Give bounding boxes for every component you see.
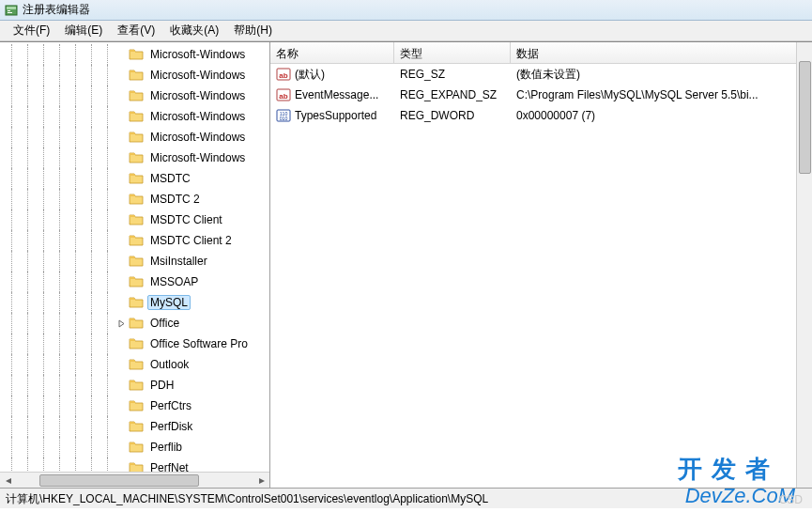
tree-item[interactable]: Microsoft-Windows: [4, 106, 269, 127]
tree-item-label: Microsoft-Windows: [147, 130, 248, 145]
folder-icon: [129, 378, 144, 393]
tree-item[interactable]: MSDTC Client: [4, 209, 269, 230]
tree-item[interactable]: PerfCtrs: [4, 396, 269, 416]
list-pane: 名称 类型 数据 ab(默认)REG_SZ(数值未设置)abEventMessa…: [270, 42, 812, 488]
folder-icon: [129, 460, 144, 472]
tree-item[interactable]: MSDTC Client 2: [4, 230, 269, 251]
tree-item[interactable]: Office: [4, 313, 269, 334]
expand-icon[interactable]: [115, 359, 127, 370]
menu-view[interactable]: 查看(V): [110, 21, 162, 40]
folder-icon: [129, 192, 144, 207]
column-data[interactable]: 数据: [511, 42, 812, 63]
folder-icon: [129, 274, 144, 289]
svg-rect-2: [8, 10, 10, 11]
list-header: 名称 类型 数据: [270, 42, 812, 64]
tree-item[interactable]: MSSOAP: [4, 272, 269, 292]
folder-icon: [129, 150, 144, 165]
tree[interactable]: Microsoft-WindowsMicrosoft-WindowsMicros…: [0, 42, 269, 472]
tree-item[interactable]: Microsoft-Windows: [4, 127, 269, 147]
folder-icon: [129, 109, 144, 124]
content-area: Microsoft-WindowsMicrosoft-WindowsMicros…: [0, 41, 812, 488]
string-value-icon: ab: [276, 87, 291, 102]
folder-icon: [129, 47, 144, 62]
tree-item-label: Office: [147, 316, 182, 331]
expand-icon[interactable]: [115, 235, 127, 246]
tree-item-label: Outlook: [147, 357, 192, 372]
menu-favorites[interactable]: 收藏夹(A): [162, 21, 226, 40]
column-name[interactable]: 名称: [270, 42, 394, 63]
scroll-track[interactable]: [16, 473, 253, 489]
folder-icon: [129, 440, 144, 455]
tree-item-label: MySQL: [147, 295, 191, 310]
tree-item[interactable]: Perflib: [4, 437, 269, 458]
expand-icon[interactable]: [115, 70, 127, 81]
tree-item[interactable]: Outlook: [4, 354, 269, 375]
list-row[interactable]: ab(默认)REG_SZ(数值未设置): [270, 64, 812, 85]
expand-icon[interactable]: [115, 256, 127, 267]
tree-item-label: PerfCtrs: [147, 398, 194, 413]
tree-item-label: MSDTC 2: [147, 192, 203, 207]
menu-edit[interactable]: 编辑(E): [57, 21, 110, 40]
tree-item[interactable]: MSDTC: [4, 168, 269, 189]
expand-icon[interactable]: [115, 214, 127, 225]
list-body: ab(默认)REG_SZ(数值未设置)abEventMessage...REG_…: [270, 64, 812, 126]
expand-icon[interactable]: [115, 400, 127, 411]
titlebar: 注册表编辑器: [0, 0, 812, 21]
tree-item-label: Microsoft-Windows: [147, 150, 248, 165]
expand-icon[interactable]: [115, 132, 127, 143]
tree-item-label: Microsoft-Windows: [147, 68, 248, 83]
value-name-cell: abEventMessage...: [270, 87, 394, 102]
tree-item[interactable]: MySQL: [4, 292, 269, 313]
tree-item-label: Office Software Pro: [147, 336, 251, 351]
tree-item[interactable]: Microsoft-Windows: [4, 147, 269, 168]
expand-icon[interactable]: [115, 49, 127, 60]
expand-icon[interactable]: [115, 338, 127, 349]
column-type[interactable]: 类型: [394, 42, 511, 63]
tree-item[interactable]: PDH: [4, 375, 269, 396]
expand-icon[interactable]: [115, 318, 127, 329]
value-name: (默认): [295, 67, 325, 83]
expand-icon[interactable]: [115, 462, 127, 472]
expand-icon[interactable]: [115, 442, 127, 453]
expand-icon[interactable]: [115, 276, 127, 287]
svg-text:ab: ab: [279, 92, 287, 101]
menu-file[interactable]: 文件(F): [6, 21, 57, 40]
expand-icon[interactable]: [115, 111, 127, 122]
horizontal-scrollbar[interactable]: ◂ ▸: [0, 472, 269, 488]
tree-item[interactable]: Microsoft-Windows: [4, 85, 269, 106]
expand-icon[interactable]: [115, 380, 127, 391]
window-title: 注册表编辑器: [23, 2, 90, 18]
tree-item[interactable]: MSDTC 2: [4, 189, 269, 209]
expand-icon[interactable]: [115, 152, 127, 163]
tree-item-label: MsiInstaller: [147, 254, 210, 269]
list-row[interactable]: abEventMessage...REG_EXPAND_SZC:\Program…: [270, 85, 812, 105]
tree-item-label: Microsoft-Windows: [147, 88, 248, 103]
scroll-left-icon[interactable]: ◂: [0, 473, 16, 489]
tree-item-label: Microsoft-Windows: [147, 109, 248, 124]
expand-icon[interactable]: [115, 297, 127, 308]
expand-icon[interactable]: [115, 194, 127, 205]
status-path: 计算机\HKEY_LOCAL_MACHINE\SYSTEM\ControlSet…: [6, 492, 488, 505]
menu-help[interactable]: 帮助(H): [226, 21, 280, 40]
scroll-thumb[interactable]: [799, 61, 811, 174]
tree-item[interactable]: Microsoft-Windows: [4, 44, 269, 65]
folder-icon: [129, 68, 144, 83]
list-row[interactable]: 110010TypesSupportedREG_DWORD0x00000007 …: [270, 105, 812, 126]
tree-item[interactable]: Office Software Pro: [4, 334, 269, 354]
scroll-right-icon[interactable]: ▸: [253, 473, 269, 489]
tree-pane: Microsoft-WindowsMicrosoft-WindowsMicros…: [0, 42, 270, 488]
tree-item-label: MSSOAP: [147, 274, 201, 289]
tree-item[interactable]: Microsoft-Windows: [4, 65, 269, 85]
value-data-cell: C:\Program Files\MySQL\MySQL Server 5.5\…: [511, 88, 783, 101]
tree-item[interactable]: PerfNet: [4, 458, 269, 472]
scroll-thumb[interactable]: [39, 474, 199, 487]
expand-icon[interactable]: [115, 90, 127, 101]
expand-icon[interactable]: [115, 421, 127, 432]
tree-item[interactable]: PerfDisk: [4, 416, 269, 437]
app-icon: [4, 3, 19, 18]
tree-item[interactable]: MsiInstaller: [4, 251, 269, 272]
folder-icon: [129, 233, 144, 248]
value-name: EventMessage...: [295, 88, 378, 101]
expand-icon[interactable]: [115, 173, 127, 184]
vertical-scrollbar[interactable]: [796, 42, 812, 488]
